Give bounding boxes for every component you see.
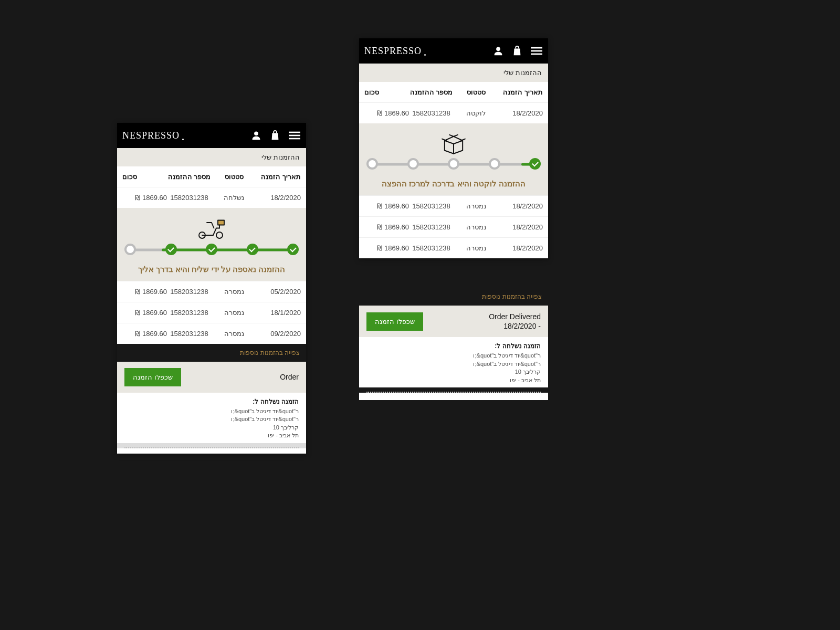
page-title: ההזמנות שלי bbox=[117, 148, 306, 166]
progress-step bbox=[124, 244, 136, 255]
cell-date: 09/2/2020 bbox=[256, 330, 301, 338]
cell-date: 18/2/2020 bbox=[498, 109, 543, 117]
scooter-icon bbox=[122, 217, 301, 240]
app-header: NESPRESSO bbox=[359, 38, 548, 64]
account-icon[interactable] bbox=[492, 45, 504, 57]
cell-amount: ₪1869.60 bbox=[364, 202, 409, 210]
table-row[interactable]: 05/2/2020 נמסרה 1582031238 ₪1869.60 bbox=[117, 281, 306, 302]
address-line: ר"quot&יוד דיגיטל ב"quot&;ו bbox=[366, 352, 541, 360]
col-amount: סכום bbox=[364, 88, 409, 96]
cell-amount: ₪1869.60 bbox=[122, 194, 167, 202]
cell-number: 1582031238 bbox=[167, 194, 212, 202]
progress-track bbox=[122, 244, 301, 256]
address-head: הזמנה נשלחה ל: bbox=[366, 342, 541, 350]
mobile-screen-picked: NESPRESSO ההזמנות שלי תאריך הזמנה סטטוס … bbox=[359, 38, 548, 258]
cell-date: 18/2/2020 bbox=[498, 202, 543, 210]
table-row[interactable]: 09/2/2020 נמסרה 1582031238 ₪1869.60 bbox=[117, 323, 306, 344]
cell-amount: ₪1869.60 bbox=[364, 244, 409, 252]
col-date: תאריך הזמנה bbox=[256, 173, 301, 181]
box-icon bbox=[364, 133, 543, 155]
order-title: Order bbox=[280, 372, 299, 382]
progress-step bbox=[206, 244, 217, 255]
col-amount: סכום bbox=[122, 173, 167, 181]
logo[interactable]: NESPRESSO bbox=[122, 130, 180, 141]
cell-status: נמסרה bbox=[454, 244, 498, 252]
order-details-card: צפייה בהזמנות נוספות שכפלו הזמנה Order D… bbox=[359, 288, 548, 400]
svg-point-7 bbox=[496, 47, 500, 51]
status-text: ההזמנה נאספה על ידי שליח והיא בדרך אליך bbox=[122, 264, 301, 275]
header-icons bbox=[492, 45, 543, 57]
address-line: קרליבך 10 bbox=[124, 424, 299, 432]
progress-step bbox=[165, 244, 177, 255]
menu-icon[interactable] bbox=[530, 45, 543, 57]
progress-step bbox=[407, 158, 419, 170]
col-number: מספר ההזמנה bbox=[409, 88, 454, 96]
view-more-orders-link[interactable]: צפייה בהזמנות נוספות bbox=[359, 288, 548, 306]
cell-number: 1582031238 bbox=[409, 223, 454, 231]
table-row[interactable]: 18/2/2020 נמסרה 1582031238 ₪1869.60 bbox=[359, 195, 548, 216]
table-row[interactable]: 18/2/2020 נמסרה 1582031238 ₪1869.60 bbox=[359, 216, 548, 237]
cell-amount: ₪1869.60 bbox=[364, 223, 409, 231]
logo[interactable]: NESPRESSO bbox=[364, 46, 422, 57]
cell-number: 1582031238 bbox=[409, 244, 454, 252]
address-line: קרליבך 10 bbox=[366, 368, 541, 376]
duplicate-order-button[interactable]: שכפלו הזמנה bbox=[124, 368, 181, 386]
progress-track bbox=[364, 158, 543, 171]
svg-rect-3 bbox=[289, 138, 300, 140]
cell-date: 18/2/2020 bbox=[498, 223, 543, 231]
cell-status: לוקטה bbox=[454, 109, 498, 117]
view-more-orders-link[interactable]: צפייה בהזמנות נוספות bbox=[117, 344, 306, 362]
col-number: מספר ההזמנה bbox=[167, 173, 212, 181]
progress-step bbox=[287, 244, 299, 255]
spacer bbox=[359, 393, 548, 400]
col-status: סטטוס bbox=[212, 173, 256, 181]
shipping-address: הזמנה נשלחה ל: ר"quot&יוד דיגיטל ב"quot&… bbox=[117, 393, 306, 443]
cell-date: 05/2/2020 bbox=[256, 288, 301, 296]
table-header: תאריך הזמנה סטטוס מספר ההזמנה סכום bbox=[117, 166, 306, 187]
svg-rect-10 bbox=[531, 54, 542, 55]
cell-date: 18/2/2020 bbox=[498, 244, 543, 252]
svg-rect-9 bbox=[531, 50, 542, 52]
address-line: ר"quot&יוד דיגיטל ב"quot&;ו bbox=[366, 360, 541, 368]
address-line: תל אביב - יפו bbox=[366, 376, 541, 384]
address-line: ר"quot&יוד דיגיטל ב"quot&;ו bbox=[124, 415, 299, 423]
account-icon[interactable] bbox=[250, 130, 262, 141]
col-date: תאריך הזמנה bbox=[498, 88, 543, 96]
order-header: שכפלו הזמנה Order bbox=[117, 362, 306, 393]
table-row[interactable]: 18/2/2020 נשלחה 1582031238 ₪1869.60 bbox=[117, 187, 306, 208]
table-header: תאריך הזמנה סטטוס מספר ההזמנה סכום bbox=[359, 82, 548, 102]
menu-icon[interactable] bbox=[288, 130, 301, 141]
svg-point-0 bbox=[254, 131, 258, 135]
cell-status: נמסרה bbox=[212, 309, 256, 317]
progress-step bbox=[529, 158, 541, 170]
progress-step bbox=[366, 158, 378, 170]
page-title: ההזמנות שלי bbox=[359, 64, 548, 82]
bag-icon[interactable] bbox=[269, 130, 281, 141]
order-header: שכפלו הזמנה Order Delivered - 18/2/2020 bbox=[359, 306, 548, 337]
address-line: תל אביב - יפו bbox=[124, 432, 299, 439]
cell-date: 18/2/2020 bbox=[256, 194, 301, 202]
cell-status: נשלחה bbox=[212, 194, 256, 202]
header-icons bbox=[250, 130, 301, 141]
duplicate-order-button[interactable]: שכפלו הזמנה bbox=[366, 312, 423, 331]
app-header: NESPRESSO bbox=[117, 123, 306, 148]
cell-number: 1582031238 bbox=[167, 309, 212, 317]
status-text: ההזמנה לוקטה והיא בדרכה למרכז ההפצה bbox=[364, 178, 543, 189]
cell-number: 1582031238 bbox=[409, 109, 454, 117]
cell-amount: ₪1869.60 bbox=[122, 330, 167, 338]
col-status: סטטוס bbox=[454, 88, 498, 96]
address-head: הזמנה נשלחה ל: bbox=[124, 398, 299, 405]
progress-step bbox=[489, 158, 500, 170]
progress-step bbox=[448, 158, 459, 170]
cell-status: נמסרה bbox=[212, 330, 256, 338]
table-row[interactable]: 18/1/2020 נמסרה 1582031238 ₪1869.60 bbox=[117, 302, 306, 323]
shipping-address: הזמנה נשלחה ל: ר"quot&יוד דיגיטל ב"quot&… bbox=[359, 337, 548, 387]
cell-amount: ₪1869.60 bbox=[364, 109, 409, 117]
cell-number: 1582031238 bbox=[167, 288, 212, 296]
table-row[interactable]: 18/2/2020 לוקטה 1582031238 ₪1869.60 bbox=[359, 102, 548, 123]
status-card: ההזמנה לוקטה והיא בדרכה למרכז ההפצה bbox=[359, 123, 548, 195]
cell-status: נמסרה bbox=[212, 288, 256, 296]
address-line: ר"quot&יוד דיגיטל ב"quot&;ו bbox=[124, 407, 299, 415]
table-row[interactable]: 18/2/2020 נמסרה 1582031238 ₪1869.60 bbox=[359, 237, 548, 258]
bag-icon[interactable] bbox=[511, 45, 523, 57]
